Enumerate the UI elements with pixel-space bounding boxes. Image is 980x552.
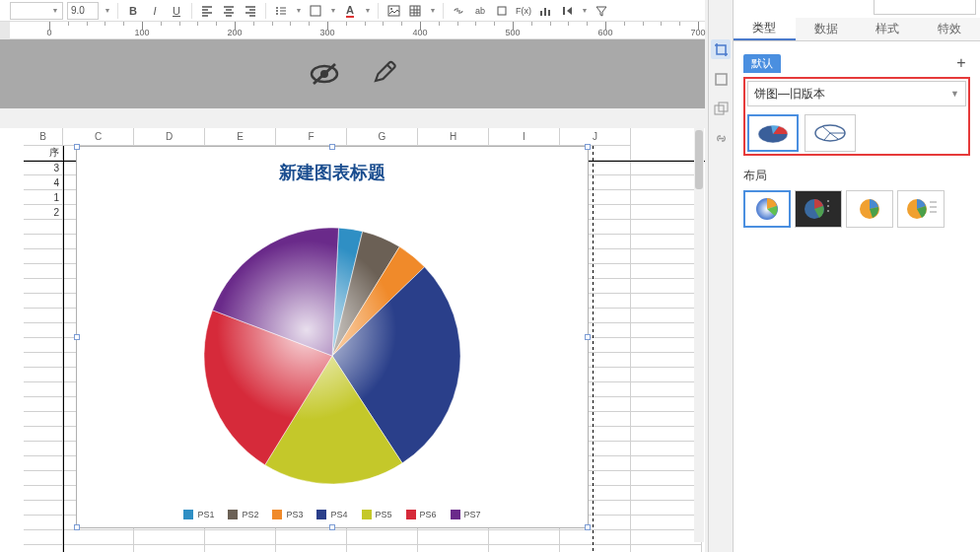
grid-cell[interactable] — [24, 353, 63, 368]
grid-cell[interactable] — [24, 486, 63, 501]
tab-type[interactable]: 类型 — [734, 18, 796, 40]
grid-cell[interactable] — [631, 323, 702, 338]
chevron-down-icon[interactable]: ▼ — [329, 7, 337, 14]
decrease-button[interactable] — [558, 2, 576, 20]
grid-cell[interactable] — [24, 456, 63, 471]
chart-title[interactable]: 新建图表标题 — [77, 147, 588, 184]
category-tab-default[interactable]: 默认 — [743, 54, 781, 73]
tab-effect[interactable]: 特效 — [919, 18, 981, 40]
table-button[interactable] — [406, 2, 424, 20]
resize-handle-sw[interactable] — [74, 524, 80, 530]
align-center-button[interactable] — [220, 2, 238, 20]
resize-handle-ne[interactable] — [585, 144, 591, 150]
grid-cell[interactable] — [418, 545, 489, 552]
grid-cell[interactable] — [631, 338, 702, 353]
grid-cell[interactable] — [24, 235, 63, 249]
grid-cell[interactable] — [24, 501, 63, 516]
grid-cell[interactable] — [631, 220, 702, 235]
grid-cell[interactable] — [24, 382, 63, 397]
chevron-down-icon[interactable]: ▼ — [429, 7, 437, 14]
grid-cell[interactable]: 4 — [24, 175, 63, 190]
grid-cell[interactable] — [631, 309, 702, 323]
layout-thumb-2[interactable] — [795, 190, 842, 228]
grid-cell[interactable] — [631, 161, 702, 175]
grid-cell[interactable] — [24, 427, 63, 442]
grid-cell[interactable] — [276, 530, 347, 545]
grid-cell[interactable] — [347, 545, 418, 552]
grid-cell[interactable] — [560, 545, 631, 552]
grid-cell[interactable] — [631, 530, 702, 545]
grid-cell[interactable]: 序 — [24, 146, 63, 161]
panel-top-input[interactable] — [874, 0, 976, 15]
subtype-pie-3d[interactable] — [747, 114, 799, 152]
crop-tool-icon[interactable] — [711, 39, 731, 59]
image-button[interactable] — [385, 2, 402, 20]
font-size-input[interactable] — [67, 2, 99, 20]
link-button[interactable] — [450, 2, 467, 20]
grid-cell[interactable] — [134, 530, 205, 545]
grid-cell[interactable] — [24, 397, 63, 412]
grid-cell[interactable] — [24, 412, 63, 427]
grid-cell[interactable] — [631, 175, 702, 190]
link-tool-icon[interactable] — [711, 128, 731, 148]
edit-pencil-icon[interactable] — [371, 60, 398, 88]
scrollbar-thumb[interactable] — [695, 130, 703, 189]
clear-format-button[interactable] — [493, 2, 511, 20]
grid-cell[interactable] — [631, 190, 702, 205]
legend-item[interactable]: PS1 — [183, 510, 214, 519]
legend-item[interactable]: PS6 — [406, 510, 437, 519]
grid-cell[interactable] — [24, 368, 63, 382]
layout-thumb-3[interactable] — [846, 190, 893, 228]
pie-chart[interactable] — [204, 228, 460, 484]
grid-cell[interactable] — [24, 338, 63, 353]
resize-handle-s[interactable] — [329, 524, 335, 530]
grid-cell[interactable] — [631, 412, 702, 427]
grid-cell[interactable] — [24, 294, 63, 309]
list-button[interactable] — [272, 2, 290, 20]
grid-cell[interactable] — [631, 264, 702, 279]
column-header[interactable]: F — [276, 128, 347, 146]
grid-cell[interactable] — [63, 530, 134, 545]
grid-cell[interactable] — [418, 530, 489, 545]
grid-cell[interactable] — [631, 545, 702, 552]
layer-tool-icon[interactable] — [711, 99, 731, 118]
formula-button[interactable]: F(x) — [515, 2, 532, 20]
column-header[interactable]: D — [134, 128, 205, 146]
chart-type-select[interactable]: 饼图—旧版本 ▼ — [747, 81, 966, 106]
subtype-pie-flat[interactable] — [805, 114, 856, 152]
legend-item[interactable]: PS7 — [451, 510, 481, 519]
tab-data[interactable]: 数据 — [796, 18, 858, 40]
shape-tool-icon[interactable] — [711, 69, 731, 89]
column-header[interactable]: G — [347, 128, 418, 146]
grid-cell[interactable] — [631, 294, 702, 309]
resize-handle-e[interactable] — [585, 334, 591, 340]
grid-cell[interactable] — [560, 530, 631, 545]
legend-item[interactable]: PS5 — [362, 510, 392, 519]
chart-object[interactable]: 新建图表标题 PS1PS2PS3PS4PS5PS6PS7 — [76, 146, 589, 528]
chevron-down-icon[interactable]: ▼ — [581, 7, 589, 14]
grid-cell[interactable] — [631, 456, 702, 471]
grid-cell[interactable] — [631, 501, 702, 516]
grid-cell[interactable] — [631, 249, 702, 264]
grid-cell[interactable] — [489, 545, 560, 552]
legend-item[interactable]: PS3 — [272, 510, 303, 519]
italic-button[interactable]: I — [146, 2, 164, 20]
vertical-scrollbar[interactable] — [694, 128, 704, 542]
align-right-button[interactable] — [242, 2, 259, 20]
highlight-button[interactable]: ab — [471, 2, 489, 20]
grid-cell[interactable] — [489, 530, 560, 545]
grid-cell[interactable] — [24, 545, 63, 552]
grid-cell[interactable]: 2 — [24, 205, 63, 220]
grid-cell[interactable] — [631, 279, 702, 294]
column-header[interactable]: B — [24, 128, 63, 146]
grid-cell[interactable] — [631, 382, 702, 397]
layout-thumb-1[interactable] — [743, 190, 791, 228]
layout-thumb-4[interactable] — [897, 190, 945, 228]
grid-cell[interactable] — [24, 249, 63, 264]
grid-cell[interactable] — [347, 530, 418, 545]
chevron-down-icon[interactable]: ▼ — [295, 7, 303, 14]
column-header[interactable]: J — [560, 128, 631, 146]
grid-cell[interactable] — [24, 471, 63, 486]
align-left-button[interactable] — [198, 2, 216, 20]
grid-cell[interactable] — [24, 279, 63, 294]
